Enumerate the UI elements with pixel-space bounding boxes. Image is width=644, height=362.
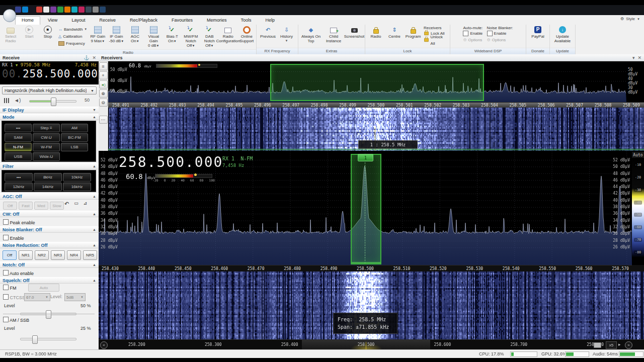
ribbon-tab[interactable]: Memories xyxy=(200,16,233,25)
slider-thumb[interactable] xyxy=(46,310,51,319)
nr-button[interactable]: NR2 xyxy=(35,250,49,260)
printer-icon[interactable] xyxy=(594,342,601,348)
ribbon-tab[interactable]: Favourites xyxy=(165,16,199,25)
volume-slider-thumb[interactable] xyxy=(51,98,56,106)
taskbar-icon[interactable] xyxy=(50,7,56,13)
zoom-out-icon[interactable]: ⊖ xyxy=(99,99,108,107)
nav-right-button[interactable]: » xyxy=(625,341,632,349)
levels-icon[interactable] xyxy=(4,98,10,103)
stop-button[interactable]: ■ Stop xyxy=(39,25,57,39)
nr-button[interactable]: Off xyxy=(3,250,17,260)
taskbar-icon[interactable] xyxy=(78,7,85,13)
automute-options-button[interactable]: ⚙ Options xyxy=(463,37,482,43)
taskbar-icon[interactable] xyxy=(100,7,106,13)
band-navigator[interactable]: « 258.200258.300258.400258.500258.600258… xyxy=(99,339,644,349)
volume-slider[interactable] xyxy=(29,100,76,103)
zoom-factor-button[interactable]: x5 xyxy=(606,341,617,349)
agc-mode-button[interactable]: Med xyxy=(34,202,48,210)
rx-marker-tab[interactable]: 1 xyxy=(358,154,373,161)
nb-enable-checkbox[interactable]: Enable xyxy=(3,235,24,241)
nr-button[interactable]: NR4 xyxy=(67,250,81,260)
program-button[interactable]: Program xyxy=(404,25,422,39)
app-button[interactable] xyxy=(3,9,16,22)
frequency-button[interactable]: Frequency xyxy=(58,40,87,47)
section-squelch[interactable]: Squelch: Off▲ xyxy=(0,277,99,284)
section-if-display[interactable]: IF Display▼ xyxy=(0,107,99,113)
zoom-in-icon[interactable]: ⊕ xyxy=(99,89,108,98)
child-instance-button[interactable]: Child Instance xyxy=(323,25,345,44)
previous-button[interactable]: ↶ Previous xyxy=(259,25,277,39)
agc-mode-button[interactable]: Slow xyxy=(50,202,64,210)
taskbar-icon[interactable] xyxy=(36,7,42,13)
style-control[interactable]: ⚙ Style ▼ xyxy=(620,17,640,21)
waterfall-colorbar[interactable]: -10-20-30-40-50-60-70-80 xyxy=(632,159,644,257)
mode-button[interactable]: CW-U xyxy=(33,133,60,142)
calibration-button[interactable]: △ Calibration xyxy=(58,33,87,40)
audio-device-select[interactable]: Hangszórók (Realtek High Definition Audi… xyxy=(2,86,97,95)
ctcss-select[interactable]: 67.0▼ xyxy=(24,293,50,301)
mode-button[interactable]: LSB xyxy=(61,143,88,151)
ribbon-tab[interactable]: Tools xyxy=(234,16,258,25)
ctcss-checkbox[interactable]: CTCSS xyxy=(3,294,25,300)
slider-thumb[interactable] xyxy=(32,335,38,344)
rx-marker-label[interactable]: 1 : 258.5 MHz xyxy=(358,140,418,149)
audio-mute-icon[interactable]: ◄) xyxy=(99,80,108,88)
main-selection[interactable] xyxy=(351,154,381,264)
close-icon[interactable]: ✕ xyxy=(92,55,96,60)
rf-gain-button[interactable]: RF Gain 9 Max▼ xyxy=(89,25,107,44)
agc-mode-button[interactable]: Fast xyxy=(19,202,33,210)
undo-icon[interactable]: ↶ xyxy=(64,201,69,207)
taskbar-icon[interactable] xyxy=(57,7,63,13)
add-receiver-icon[interactable]: + xyxy=(99,71,108,79)
history-button[interactable]: ⇩ History ▼ xyxy=(278,25,296,44)
section-mode[interactable]: Mode▲ xyxy=(0,114,99,120)
agc-mode-button[interactable]: Off xyxy=(3,202,17,210)
section-cw[interactable]: CW: Off▲ xyxy=(0,211,99,217)
centre-button[interactable]: ⇕ Centre xyxy=(385,25,404,39)
mode-button[interactable]: ••• xyxy=(5,124,32,132)
squelch-fm-checkbox[interactable]: FM xyxy=(3,285,17,291)
mode-button[interactable]: AM xyxy=(61,124,88,132)
nav-step-right-icon[interactable]: ▸ xyxy=(618,342,621,347)
squelch-auto-button[interactable]: Auto xyxy=(28,284,59,292)
amssb-level-slider[interactable] xyxy=(20,338,76,340)
frequency-display[interactable]: RX 1 ▼ 9750.58 MHz 7,458 Hz 00.258.500.0… xyxy=(0,61,99,84)
visual-gain-button[interactable]: Visual Gain 0 dB▼ xyxy=(144,25,163,49)
tag-icon[interactable]: ▭ xyxy=(74,201,78,207)
always-on-top-button[interactable]: ◆ Always On Top xyxy=(300,25,322,44)
if-gain-button[interactable]: IF Gain -50 dB▼ xyxy=(107,25,125,44)
update-available-button[interactable]: ↓ Update Available xyxy=(551,25,574,44)
taskbar-icon[interactable] xyxy=(93,7,99,13)
taskbar-icon[interactable] xyxy=(29,7,35,13)
noise-blanker-options-button[interactable]: ⚙ Options xyxy=(487,37,513,43)
select-radio-button[interactable]: Select Radio xyxy=(2,25,20,44)
main-frequency-axis[interactable]: 258.430258.440258.450258.460258.470258.4… xyxy=(99,265,632,272)
unlock-all-button[interactable]: Unlock All xyxy=(424,37,447,43)
filter-button[interactable]: 16kHz xyxy=(63,183,91,191)
squelch-db-select[interactable]: 5dB▼ xyxy=(64,293,86,301)
close-icon[interactable]: ✕ xyxy=(637,55,641,60)
ribbon-tab[interactable]: Home xyxy=(15,16,40,25)
peak-enable-checkbox[interactable]: Peak enable xyxy=(3,219,35,225)
taskbar-icon[interactable] xyxy=(15,7,21,13)
ribbon-tab[interactable]: Rec/Playback xyxy=(123,16,164,25)
filter-button[interactable]: 14kHz xyxy=(34,183,62,191)
start-button[interactable]: ▶ Start xyxy=(20,25,38,39)
nr-button[interactable]: NR5 xyxy=(83,250,97,260)
lock-radio-button[interactable]: Radio xyxy=(367,25,385,39)
filter-button[interactable]: 8kHz xyxy=(34,173,62,182)
bias-t-button[interactable]: ✓ Bias-T On▼ xyxy=(163,25,181,44)
overview-frequency-axis[interactable]: 258.491258.492258.493258.494258.495258.4… xyxy=(108,102,644,108)
ribbon-tab[interactable]: Receive xyxy=(93,16,122,25)
mode-button[interactable]: SAM xyxy=(5,133,32,142)
mwfm-notch-button[interactable]: ✓ MW/FM Notch Off▼ xyxy=(182,25,200,49)
taskbar-icon[interactable] xyxy=(86,7,92,13)
online-support-button[interactable]: Online Support xyxy=(237,25,256,44)
mode-button[interactable]: Step ≡ xyxy=(33,124,60,132)
mode-button[interactable]: W-FM xyxy=(33,143,60,151)
nav-left-button[interactable]: « xyxy=(100,341,108,349)
agc-button[interactable]: AGC On▼ xyxy=(126,25,144,44)
noise-blanker-enable-checkbox[interactable]: Enable xyxy=(487,30,513,37)
mode-button[interactable]: USB xyxy=(5,152,32,161)
mode-button[interactable]: Wide-U xyxy=(33,152,60,161)
